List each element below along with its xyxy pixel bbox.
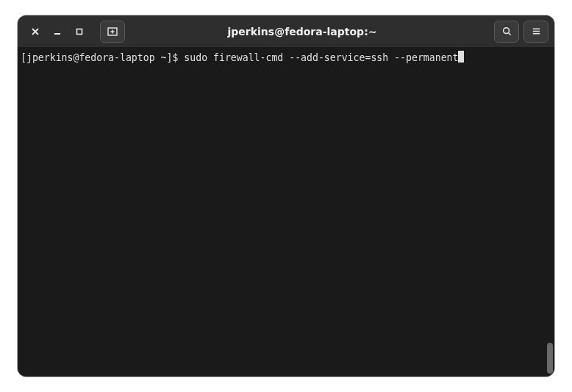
svg-point-2 [503, 28, 509, 34]
maximize-button[interactable] [74, 26, 85, 38]
terminal-window: jperkins@fedora-laptop:~ [jperkins@fedor… [18, 15, 554, 377]
maximize-icon [75, 27, 84, 36]
close-button[interactable] [29, 26, 41, 38]
menu-button[interactable] [523, 21, 548, 43]
window-title: jperkins@fedora-laptop:~ [129, 26, 490, 38]
minimize-button[interactable] [51, 26, 63, 38]
search-icon [501, 26, 512, 37]
shell-prompt: [jperkins@fedora-laptop ~]$ [21, 52, 184, 63]
terminal-content: [jperkins@fedora-laptop ~]$ sudo firewal… [18, 48, 554, 68]
window-controls [24, 26, 85, 38]
new-tab-icon [107, 26, 118, 38]
search-button[interactable] [494, 21, 519, 43]
minimize-icon [53, 27, 62, 36]
scrollbar-thumb[interactable] [547, 343, 553, 374]
titlebar: jperkins@fedora-laptop:~ [18, 15, 554, 48]
close-icon [31, 27, 40, 36]
header-right-controls [494, 21, 548, 43]
new-tab-button[interactable] [100, 21, 125, 43]
terminal-area[interactable]: [jperkins@fedora-laptop ~]$ sudo firewal… [18, 48, 554, 377]
svg-rect-0 [77, 29, 82, 34]
hamburger-icon [531, 26, 542, 37]
shell-command: sudo firewall-cmd --add-service=ssh --pe… [184, 52, 458, 63]
text-cursor [458, 51, 464, 63]
